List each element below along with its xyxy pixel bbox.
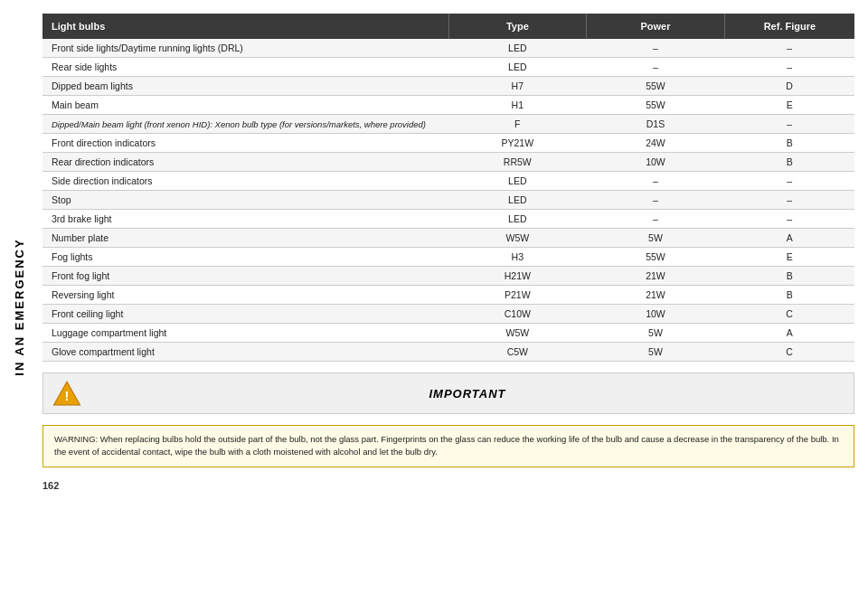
cell-power: 55W	[587, 96, 725, 115]
col-header-type: Type	[448, 14, 587, 39]
cell-power: –	[587, 39, 725, 58]
important-label: IMPORTANT	[90, 387, 844, 401]
table-row: Reversing lightP21W21WB	[42, 286, 854, 305]
table-row: Front fog lightH21W21WB	[42, 267, 854, 286]
table-row: Dipped/Main beam light (front xenon HID)…	[42, 115, 854, 134]
cell-type: LED	[448, 58, 587, 77]
cell-ref: A	[724, 229, 854, 248]
table-row: Side direction indicatorsLED––	[42, 172, 854, 191]
cell-ref: E	[724, 248, 854, 267]
cell-type: P21W	[448, 286, 587, 305]
cell-type: H3	[448, 248, 587, 267]
cell-ref: –	[724, 39, 854, 58]
cell-type: H7	[448, 77, 587, 96]
cell-power: 55W	[587, 77, 725, 96]
cell-type: F	[448, 115, 587, 134]
cell-ref: B	[724, 267, 854, 286]
cell-ref: B	[724, 134, 854, 153]
cell-power: 55W	[587, 248, 725, 267]
important-box: ! IMPORTANT	[42, 373, 854, 414]
table-row: Front direction indicatorsPY21W24WB	[42, 134, 854, 153]
table-row: 3rd brake lightLED––	[42, 210, 854, 229]
cell-bulb-name: Dipped/Main beam light (front xenon HID)…	[42, 115, 448, 134]
cell-power: 21W	[587, 267, 725, 286]
cell-power: 5W	[587, 229, 725, 248]
table-row: Luggage compartment lightW5W5WA	[42, 324, 854, 343]
cell-type: LED	[448, 39, 587, 58]
cell-type: C5W	[448, 343, 587, 362]
cell-power: 21W	[587, 286, 725, 305]
cell-type: H21W	[448, 267, 587, 286]
cell-ref: –	[724, 210, 854, 229]
cell-ref: –	[724, 172, 854, 191]
cell-power: –	[587, 191, 725, 210]
cell-bulb-name: Side direction indicators	[42, 172, 448, 191]
cell-bulb-name: Stop	[42, 191, 448, 210]
cell-bulb-name: Front direction indicators	[42, 134, 448, 153]
cell-type: LED	[448, 210, 587, 229]
sidebar-label: IN AN EMERGENCY	[13, 238, 26, 375]
warning-text: WARNING: When replacing bulbs hold the o…	[54, 434, 839, 457]
cell-type: W5W	[448, 324, 587, 343]
cell-power: 5W	[587, 343, 725, 362]
cell-bulb-name: Fog lights	[42, 248, 448, 267]
cell-power: 5W	[587, 324, 725, 343]
cell-power: –	[587, 210, 725, 229]
cell-bulb-name: Reversing light	[42, 286, 448, 305]
cell-ref: D	[724, 77, 854, 96]
cell-ref: C	[724, 343, 854, 362]
cell-ref: E	[724, 96, 854, 115]
table-row: Glove compartment lightC5W5WC	[42, 343, 854, 362]
cell-bulb-name: Number plate	[42, 229, 448, 248]
cell-bulb-name: Rear side lights	[42, 58, 448, 77]
cell-bulb-name: Main beam	[42, 96, 448, 115]
table-row: Main beamH155WE	[42, 96, 854, 115]
cell-type: C10W	[448, 305, 587, 324]
cell-power: 10W	[587, 153, 725, 172]
table-row: Dipped beam lightsH755WD	[42, 77, 854, 96]
col-header-light-bulbs: Light bulbs	[42, 14, 448, 39]
cell-bulb-name: Front side lights/Daytime running lights…	[42, 39, 448, 58]
cell-type: LED	[448, 191, 587, 210]
cell-bulb-name: 3rd brake light	[42, 210, 448, 229]
cell-power: 24W	[587, 134, 725, 153]
table-row: Front side lights/Daytime running lights…	[42, 39, 854, 58]
table-row: Fog lightsH355WE	[42, 248, 854, 267]
cell-ref: B	[724, 286, 854, 305]
table-row: Front ceiling lightC10W10WC	[42, 305, 854, 324]
cell-bulb-name: Dipped beam lights	[42, 77, 448, 96]
svg-text:!: !	[65, 389, 70, 403]
cell-bulb-name: Front fog light	[42, 267, 448, 286]
col-header-power: Power	[587, 14, 725, 39]
cell-type: RR5W	[448, 153, 587, 172]
cell-type: LED	[448, 172, 587, 191]
cell-power: 10W	[587, 305, 725, 324]
cell-ref: –	[724, 191, 854, 210]
warning-triangle-icon: !	[52, 379, 81, 408]
cell-bulb-name: Glove compartment light	[42, 343, 448, 362]
cell-ref: B	[724, 153, 854, 172]
col-header-ref: Ref. Figure	[724, 14, 854, 39]
table-header-row: Light bulbs Type Power Ref. Figure	[42, 14, 854, 39]
cell-ref: –	[724, 58, 854, 77]
page-number: 162	[42, 480, 854, 491]
sidebar: IN AN EMERGENCY	[0, 0, 38, 613]
table-row: Rear side lightsLED––	[42, 58, 854, 77]
cell-bulb-name: Rear direction indicators	[42, 153, 448, 172]
table-row: StopLED––	[42, 191, 854, 210]
cell-power: –	[587, 58, 725, 77]
cell-ref: –	[724, 115, 854, 134]
cell-ref: A	[724, 324, 854, 343]
table-row: Number plateW5W5WA	[42, 229, 854, 248]
cell-type: W5W	[448, 229, 587, 248]
cell-type: PY21W	[448, 134, 587, 153]
cell-bulb-name: Luggage compartment light	[42, 324, 448, 343]
cell-bulb-name: Front ceiling light	[42, 305, 448, 324]
cell-power: –	[587, 172, 725, 191]
main-content: Light bulbs Type Power Ref. Figure Front…	[38, 0, 868, 613]
warning-text-box: WARNING: When replacing bulbs hold the o…	[42, 425, 854, 467]
bulbs-table: Light bulbs Type Power Ref. Figure Front…	[42, 14, 854, 362]
cell-type: H1	[448, 96, 587, 115]
cell-power: D1S	[587, 115, 725, 134]
table-row: Rear direction indicatorsRR5W10WB	[42, 153, 854, 172]
